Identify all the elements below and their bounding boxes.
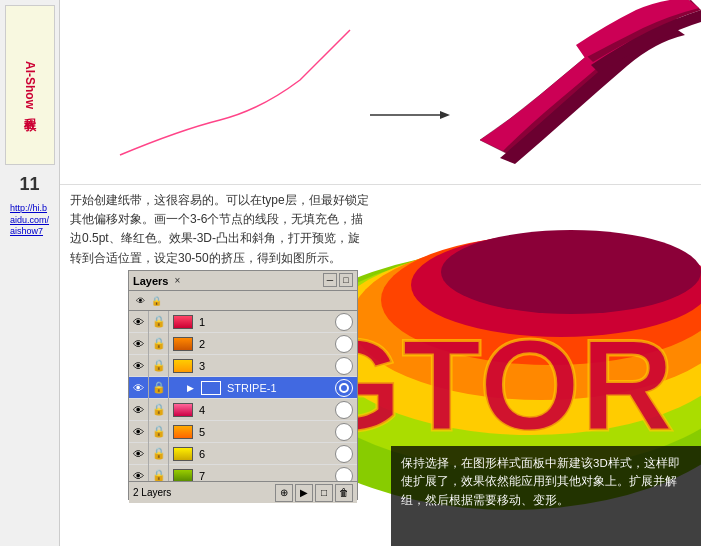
layer-5-target[interactable]	[335, 423, 353, 441]
left-sidebar: AI-Show教程 11 http://hi.b aidu.com/ aisho…	[0, 0, 60, 546]
layers-maximize-btn[interactable]: □	[339, 273, 353, 287]
layer-2-visibility[interactable]: 👁	[129, 333, 149, 355]
layers-title: Layers	[133, 275, 168, 287]
layer-2-lock[interactable]: 🔒	[149, 333, 169, 355]
layer-stripe1-target[interactable]	[335, 379, 353, 397]
lock-column-icon: 🔒	[149, 294, 163, 308]
layer-2-name: 2	[197, 338, 335, 350]
layers-minimize-btn[interactable]: ─	[323, 273, 337, 287]
layer-6-target[interactable]	[335, 445, 353, 463]
layer-row-2[interactable]: 👁 🔒 2	[129, 333, 357, 355]
eye-column-icon: 👁	[133, 294, 147, 308]
layer-7-target[interactable]	[335, 467, 353, 482]
layer-5-thumb	[172, 423, 194, 441]
svg-point-8	[441, 230, 701, 314]
layer-5-visibility[interactable]: 👁	[129, 421, 149, 443]
layer-row-5[interactable]: 👁 🔒 5	[129, 421, 357, 443]
layers-list: 👁 🔒 1 👁 🔒 2 👁 🔒	[129, 311, 357, 481]
layer-4-thumb	[172, 401, 194, 419]
layer-3-lock[interactable]: 🔒	[149, 355, 169, 377]
layers-add-btn[interactable]: ⊕	[275, 484, 293, 502]
layer-4-visibility[interactable]: 👁	[129, 399, 149, 421]
layers-tab-close[interactable]: ×	[174, 275, 180, 286]
layer-7-name: 7	[197, 470, 335, 482]
layer-1-name: 1	[197, 316, 335, 328]
layer-stripe1-lock[interactable]: 🔒	[149, 377, 169, 399]
main-content: 开始创建纸带，这很容易的。可以在type层，但最好锁定其他偏移对象。画一个3-6…	[60, 0, 701, 546]
layer-1-lock[interactable]: 🔒	[149, 311, 169, 333]
layer-row-7[interactable]: 👁 🔒 7	[129, 465, 357, 481]
layer-stripe1-visibility[interactable]: 👁	[129, 377, 149, 399]
layer-1-visibility[interactable]: 👁	[129, 311, 149, 333]
layer-stripe1-name: STRIPE-1	[225, 382, 335, 394]
layer-row-3[interactable]: 👁 🔒 3	[129, 355, 357, 377]
sidebar-logo: AI-Show教程	[5, 5, 55, 165]
layer-3-name: 3	[197, 360, 335, 372]
layer-6-lock[interactable]: 🔒	[149, 443, 169, 465]
layer-1-thumb	[172, 313, 194, 331]
sidebar-number: 11	[19, 174, 39, 195]
layers-footer-icons: ⊕ ▶ □ 🗑	[275, 484, 353, 502]
layers-footer: 2 Layers ⊕ ▶ □ 🗑	[129, 481, 357, 503]
layer-stripe1-thumb	[200, 379, 222, 397]
layers-options-btn[interactable]: ▶	[295, 484, 313, 502]
layers-count: 2 Layers	[133, 487, 275, 498]
layer-row-4[interactable]: 👁 🔒 4	[129, 399, 357, 421]
layer-7-lock[interactable]: 🔒	[149, 465, 169, 482]
layer-4-lock[interactable]: 🔒	[149, 399, 169, 421]
layer-stripe1-expand[interactable]: ▶	[183, 383, 197, 393]
sidebar-url: http://hi.b aidu.com/ aishow7	[10, 203, 49, 238]
layers-column-headers: 👁 🔒	[129, 291, 357, 311]
layer-row-1[interactable]: 👁 🔒 1	[129, 311, 357, 333]
text-description: 开始创建纸带，这很容易的。可以在type层，但最好锁定其他偏移对象。画一个3-6…	[60, 185, 380, 265]
layers-new-btn[interactable]: □	[315, 484, 333, 502]
layer-7-visibility[interactable]: 👁	[129, 465, 149, 482]
layers-panel: Layers × ─ □ 👁 🔒 👁 🔒 1	[128, 270, 358, 500]
layer-3-target[interactable]	[335, 357, 353, 375]
layer-4-target[interactable]	[335, 401, 353, 419]
svg-text:GTOR: GTOR	[321, 312, 674, 458]
layer-6-name: 6	[197, 448, 335, 460]
layer-6-visibility[interactable]: 👁	[129, 443, 149, 465]
layers-delete-btn[interactable]: 🗑	[335, 484, 353, 502]
bottom-description-box: 保持选择，在图形样式面板中新建该3D样式，这样即使扩展了，效果依然能应用到其他对…	[391, 446, 701, 546]
layers-window-controls: ─ □	[323, 273, 353, 287]
layer-3-visibility[interactable]: 👁	[129, 355, 149, 377]
layer-6-thumb	[172, 445, 194, 463]
layer-5-lock[interactable]: 🔒	[149, 421, 169, 443]
layer-row-6[interactable]: 👁 🔒 6	[129, 443, 357, 465]
layer-row-stripe1[interactable]: 👁 🔒 ▶ STRIPE-1	[129, 377, 357, 399]
layer-5-name: 5	[197, 426, 335, 438]
layer-7-thumb	[172, 467, 194, 482]
layer-3-thumb	[172, 357, 194, 375]
layer-1-target[interactable]	[335, 313, 353, 331]
layer-2-target[interactable]	[335, 335, 353, 353]
layers-titlebar: Layers × ─ □	[129, 271, 357, 291]
layer-2-thumb	[172, 335, 194, 353]
layer-4-name: 4	[197, 404, 335, 416]
